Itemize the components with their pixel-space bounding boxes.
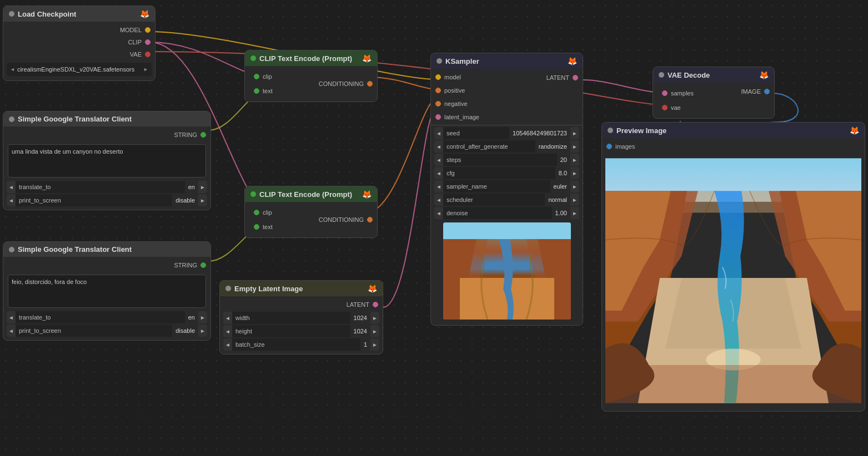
print-right[interactable]: ►	[198, 325, 207, 337]
translate-to-right[interactable]: ►	[198, 181, 207, 193]
seed-label: seed	[443, 130, 509, 136]
node-translator-2: Simple Gooogle Translator Client STRING …	[3, 241, 211, 341]
translate-to-left[interactable]: ◄	[7, 181, 16, 193]
translate-to-left[interactable]: ◄	[7, 311, 16, 323]
width-right[interactable]: ►	[370, 312, 379, 324]
images-in-label: images	[615, 143, 635, 150]
conditioning-port[interactable]	[367, 81, 373, 87]
height-left[interactable]: ◄	[223, 325, 232, 337]
fox-icon: 🦊	[140, 9, 149, 18]
node-header-load-checkpoint: Load Checkpoint 🦊	[3, 6, 155, 22]
node-header-translator2: Simple Gooogle Translator Client	[3, 242, 210, 257]
batch-right[interactable]: ►	[370, 338, 379, 351]
print-left[interactable]: ◄	[7, 325, 16, 337]
clip-in-port[interactable]	[254, 210, 259, 215]
control-gen-left[interactable]: ◄	[434, 140, 443, 153]
clip-port[interactable]	[145, 39, 150, 45]
steps-left[interactable]: ◄	[434, 154, 443, 166]
node-vae-decode: VAE Decode 🦊 samples vae IMAGE	[653, 67, 775, 119]
steps-value: 20	[557, 154, 570, 166]
positive-in-label: positive	[444, 87, 465, 94]
vae-in-port[interactable]	[662, 105, 668, 110]
text-input: text	[249, 221, 277, 233]
output-vae: VAE	[3, 48, 155, 60]
vae-in-label: vae	[671, 104, 681, 111]
translator1-text[interactable]: uma linda vista de um canyon no deserto	[8, 144, 206, 178]
dropdown-left-arrow[interactable]: ◄	[10, 67, 15, 72]
text-in-port[interactable]	[254, 224, 259, 230]
steps-right[interactable]: ►	[570, 154, 579, 166]
conditioning-output: CONDITIONING	[314, 214, 377, 226]
translator2-text[interactable]: feio, distorcido, fora de foco	[8, 275, 206, 308]
node-body: STRING feio, distorcido, fora de foco ◄ …	[3, 257, 210, 340]
scheduler-label: scheduler	[443, 196, 545, 203]
node-status-dot	[9, 247, 14, 252]
node-body: samples vae IMAGE	[653, 83, 774, 118]
model-in-label: model	[444, 74, 461, 80]
vae-port[interactable]	[145, 52, 150, 57]
negative-in-label: negative	[444, 100, 468, 107]
node-header-clip1: CLIP Text Encode (Prompt) 🦊	[245, 50, 377, 66]
print-value: disable	[172, 325, 198, 337]
text-in-port[interactable]	[254, 88, 259, 94]
latent-image-in-port[interactable]	[435, 114, 441, 120]
seed-right[interactable]: ►	[570, 127, 579, 139]
node-title: KSampler	[445, 57, 479, 65]
print-value: disable	[172, 194, 198, 206]
node-title: Simple Gooogle Translator Client	[18, 115, 132, 123]
string-port[interactable]	[200, 132, 206, 138]
model-value: cirealismEngineSDXL_v20VAE.safetensors	[17, 66, 141, 73]
fox-icon: 🦊	[850, 126, 859, 135]
denoise-right[interactable]: ►	[570, 207, 579, 219]
negative-in-port[interactable]	[435, 101, 441, 107]
sampler-left[interactable]: ◄	[434, 180, 443, 192]
latent-image-in-label: latent_image	[444, 114, 479, 120]
image-out-port[interactable]	[764, 89, 770, 94]
model-port[interactable]	[145, 27, 150, 33]
output-model: MODEL	[3, 24, 155, 36]
denoise-left[interactable]: ◄	[434, 207, 443, 219]
node-header-ksampler: KSampler 🦊	[431, 53, 583, 69]
image-out-label: IMAGE	[741, 88, 761, 95]
sampler-right[interactable]: ►	[570, 180, 579, 192]
cfg-left[interactable]: ◄	[434, 167, 443, 179]
latent-out-port[interactable]	[573, 75, 578, 80]
seed-control: ◄ seed 1054684249801723 ►	[434, 127, 579, 139]
samples-in-port[interactable]	[662, 90, 668, 96]
clip-in-port[interactable]	[254, 74, 259, 79]
width-left[interactable]: ◄	[223, 312, 232, 324]
seed-left[interactable]: ◄	[434, 127, 443, 139]
node-status-dot	[225, 286, 231, 291]
translate-to-label: translate_to	[16, 314, 185, 321]
scheduler-right[interactable]: ►	[570, 194, 579, 206]
images-in-port[interactable]	[606, 144, 612, 149]
control-gen-right[interactable]: ►	[570, 140, 579, 153]
batch-left[interactable]: ◄	[223, 338, 232, 351]
clip-in-label: clip	[263, 209, 272, 216]
height-right[interactable]: ►	[370, 325, 379, 337]
string-label: STRING	[174, 131, 197, 138]
translate-to-right[interactable]: ►	[198, 311, 207, 323]
positive-in-port[interactable]	[435, 88, 441, 93]
print-left[interactable]: ◄	[7, 194, 16, 206]
node-body: model positive negative latent_image	[431, 69, 583, 325]
denoise-value: 1.00	[552, 207, 570, 219]
dropdown-right-arrow[interactable]: ►	[143, 67, 148, 72]
node-translator-1: Simple Gooogle Translator Client STRING …	[3, 111, 211, 210]
model-in-port[interactable]	[435, 74, 441, 80]
cfg-right[interactable]: ►	[570, 167, 579, 179]
latent-port[interactable]	[373, 302, 378, 307]
samples-input: samples	[658, 87, 698, 99]
print-right[interactable]: ►	[198, 194, 207, 206]
scheduler-left[interactable]: ◄	[434, 194, 443, 206]
sampler-label: sampler_name	[443, 183, 550, 190]
translate-to-control: ◄ translate_to en ►	[7, 311, 207, 323]
conditioning-port[interactable]	[367, 217, 373, 222]
node-title: Empty Latent Image	[234, 285, 303, 293]
model-selector[interactable]: ◄ cirealismEngineSDXL_v20VAE.safetensors…	[7, 63, 152, 76]
scheduler-control: ◄ scheduler normal ►	[434, 194, 579, 206]
translate-to-value: en	[185, 311, 198, 323]
cfg-control: ◄ cfg 8.0 ►	[434, 167, 579, 179]
string-port[interactable]	[200, 262, 206, 268]
node-body: STRING uma linda vista de um canyon no d…	[3, 126, 210, 210]
